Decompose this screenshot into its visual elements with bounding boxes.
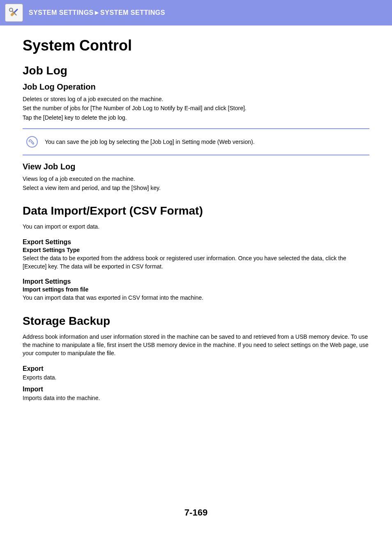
import-settings-file-heading: Import settings from file [23,286,369,293]
view-job-log-heading: View Job Log [23,162,369,171]
body-text: You can import or export data. [23,222,369,231]
breadcrumb-part2: SYSTEM SETTINGS [100,9,165,16]
job-log-heading: Job Log [23,64,369,77]
body-text: Imports data into the machine. [23,394,369,402]
note-box: You can save the job log by selecting th… [23,128,369,155]
body-text: Tap the [Delete] key to delete the job l… [23,113,369,122]
body-text: Exports data. [23,373,369,382]
body-text: Select the data to be exported from the … [23,254,369,271]
body-text: Views log of a job executed on the machi… [23,175,369,183]
body-text: Select a view item and period, and tap t… [23,184,369,192]
storage-backup-heading: Storage Backup [23,314,369,328]
breadcrumb: SYSTEM SETTINGS►SYSTEM SETTINGS [29,9,165,16]
body-text: Deletes or stores log of a job executed … [23,95,369,103]
svg-point-4 [27,136,37,147]
data-io-heading: Data Import/Export (CSV Format) [23,204,369,217]
export-settings-heading: Export Settings [23,238,369,246]
breadcrumb-part1: SYSTEM SETTINGS [29,9,94,16]
page-title: System Control [23,37,369,54]
header-bar: SYSTEM SETTINGS►SYSTEM SETTINGS [0,0,392,25]
body-text: Address book information and user inform… [23,333,369,358]
import-settings-heading: Import Settings [23,278,369,285]
job-log-operation-heading: Job Log Operation [23,82,369,92]
settings-tools-icon [5,4,23,22]
note-clip-icon [25,135,39,149]
page-number: 7-169 [0,507,392,518]
body-text: Set the number of jobs for [The Number o… [23,104,369,112]
content-area: System Control Job Log Job Log Operation… [0,25,392,402]
export-settings-type-heading: Export Settings Type [23,247,369,253]
note-text: You can save the job log by selecting th… [45,139,255,145]
storage-import-heading: Import [23,386,369,393]
breadcrumb-separator: ► [94,9,100,16]
storage-export-heading: Export [23,365,369,372]
body-text: You can import data that was exported in… [23,294,369,302]
